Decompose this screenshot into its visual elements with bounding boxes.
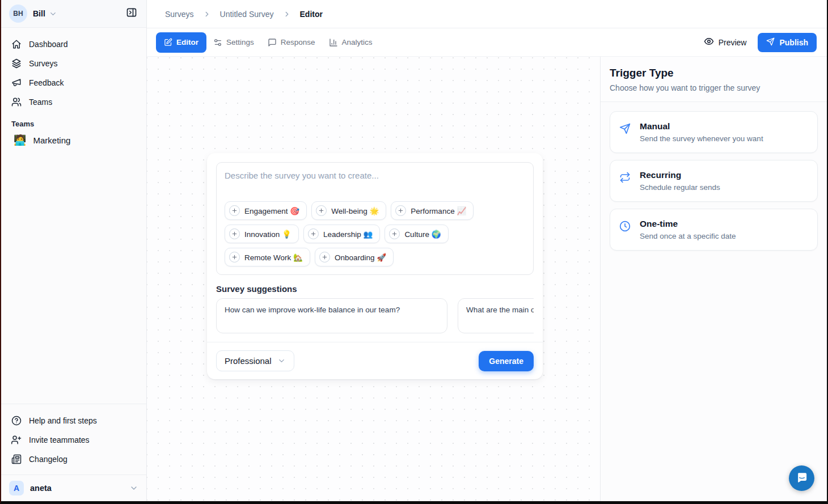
tab-response[interactable]: Response [261,32,322,53]
trigger-option-recurring[interactable]: Recurring Schedule regular sends [610,160,818,202]
account-menu[interactable]: A aneta [1,475,146,501]
chip-emoji: 💡 [282,230,292,239]
panel-toggle-icon [126,7,137,20]
chat-launcher-button[interactable] [789,465,814,491]
topic-chip-remote-work[interactable]: Remote Work 🏡 [225,248,310,266]
preview-button[interactable]: Preview [704,36,747,48]
users-icon [11,97,22,107]
sidebar-item-invite[interactable]: Invite teammates [7,430,141,450]
workspace-name: Bill [33,9,45,18]
chip-emoji: 🎯 [290,207,299,215]
sliders-icon [213,38,222,47]
clock-icon [619,221,631,240]
topic-chip-performance[interactable]: Performance 📈 [391,201,474,220]
chip-label: Onboarding [335,253,375,262]
plus-icon [229,228,240,239]
chip-emoji: 🌟 [370,207,379,215]
publish-button[interactable]: Publish [758,33,817,52]
plus-icon [229,205,240,216]
sidebar-item-teams[interactable]: Teams [7,92,141,112]
user-plus-icon [11,435,22,445]
panel-title: Trigger Type [610,67,818,79]
send-icon [766,37,775,48]
trigger-option-manual[interactable]: Manual Send the survey whenever you want [610,111,818,153]
tab-label: Analytics [342,38,373,46]
chevron-down-icon [49,10,57,18]
window-frame: BH Bill Dashboard [0,0,828,504]
composer-footer: Professional Generate [207,342,543,379]
suggestion-card[interactable]: How can we improve work-life balance in … [216,298,447,333]
topic-chip-well-being[interactable]: Well-being 🌟 [311,201,386,220]
suggestion-card[interactable]: What are the main ob [458,298,534,333]
trigger-title: One-time [640,219,736,229]
workspace-avatar: BH [9,5,27,23]
publish-label: Publish [779,38,808,47]
survey-prompt-input[interactable] [225,171,525,201]
tone-select[interactable]: Professional [216,350,294,371]
sidebar-item-label: Help and first steps [29,416,97,425]
trigger-type-panel: Trigger Type Choose how you want to trig… [600,57,827,501]
sidebar: BH Bill Dashboard [1,0,147,501]
team-emoji: 🧑‍💻 [14,135,26,145]
chip-emoji: 📈 [457,207,466,215]
topic-chip-engagement[interactable]: Engagement 🎯 [225,201,307,220]
plus-icon [229,252,240,262]
topic-chips: Engagement 🎯 Well-being 🌟 Performance 📈 [225,201,525,266]
account-avatar: A [9,481,24,495]
chat-bubble-icon [795,471,809,486]
sidebar-item-dashboard[interactable]: Dashboard [7,35,141,54]
app: BH Bill Dashboard [1,0,827,501]
sidebar-item-feedback[interactable]: Feedback [7,73,141,92]
sidebar-item-changelog[interactable]: Changelog [7,450,141,469]
sidebar-item-surveys[interactable]: Surveys [7,54,141,73]
trigger-title: Recurring [640,170,720,180]
help-circle-icon [11,416,22,426]
chip-label: Remote Work [244,253,291,262]
sidebar-item-help[interactable]: Help and first steps [7,411,141,430]
sidebar-item-marketing-team[interactable]: 🧑‍💻 Marketing [1,132,146,149]
layers-icon [11,58,22,69]
sidebar-item-label: Changelog [29,455,67,464]
send-icon [619,123,631,143]
eye-icon [704,36,714,48]
chevron-down-icon [277,357,286,365]
trigger-panel-header: Trigger Type Choose how you want to trig… [601,57,827,102]
sidebar-collapse-button[interactable] [124,6,140,22]
tab-settings[interactable]: Settings [206,32,261,53]
trigger-description: Send the survey whenever you want [640,134,763,143]
survey-canvas[interactable]: Engagement 🎯 Well-being 🌟 Performance 📈 [147,57,600,501]
chevron-down-icon [129,484,138,493]
topic-chip-leadership[interactable]: Leadership 👥 [303,225,380,243]
chevron-right-icon [283,10,291,18]
preview-label: Preview [719,38,747,47]
trigger-options: Manual Send the survey whenever you want… [601,102,827,260]
edit-icon [164,38,172,46]
breadcrumb-surveys[interactable]: Surveys [165,10,194,19]
content: Engagement 🎯 Well-being 🌟 Performance 📈 [147,57,827,501]
topic-chip-culture[interactable]: Culture 🌍 [385,225,448,243]
repeat-icon [619,172,631,192]
tab-editor[interactable]: Editor [156,32,206,53]
chip-emoji: 👥 [364,230,373,239]
plus-icon [319,252,330,262]
trigger-option-one-time[interactable]: One-time Send once at a specific date [610,209,818,251]
chevron-right-icon [203,10,211,18]
sidebar-item-label: Invite teammates [29,435,90,444]
plus-icon [389,228,400,239]
tab-analytics[interactable]: Analytics [322,32,379,53]
plus-icon [395,205,406,216]
team-label: Marketing [33,135,70,145]
workspace-switcher[interactable]: BH Bill [1,0,146,28]
teams-section-heading: Teams [1,112,146,132]
generate-button[interactable]: Generate [479,351,534,371]
sidebar-item-label: Teams [29,98,52,107]
main-area: Surveys Untitled Survey Editor Editor [147,0,827,501]
chip-label: Performance [411,207,454,215]
topic-chip-onboarding[interactable]: Onboarding 🚀 [315,248,394,266]
chip-label: Well-being [331,207,367,215]
sidebar-footer-nav: Help and first steps Invite teammates Ch… [1,404,146,469]
breadcrumb-untitled-survey[interactable]: Untitled Survey [220,10,274,19]
topic-chip-innovation[interactable]: Innovation 💡 [225,225,299,243]
tab-label: Editor [176,38,198,46]
sidebar-item-label: Surveys [29,59,58,68]
